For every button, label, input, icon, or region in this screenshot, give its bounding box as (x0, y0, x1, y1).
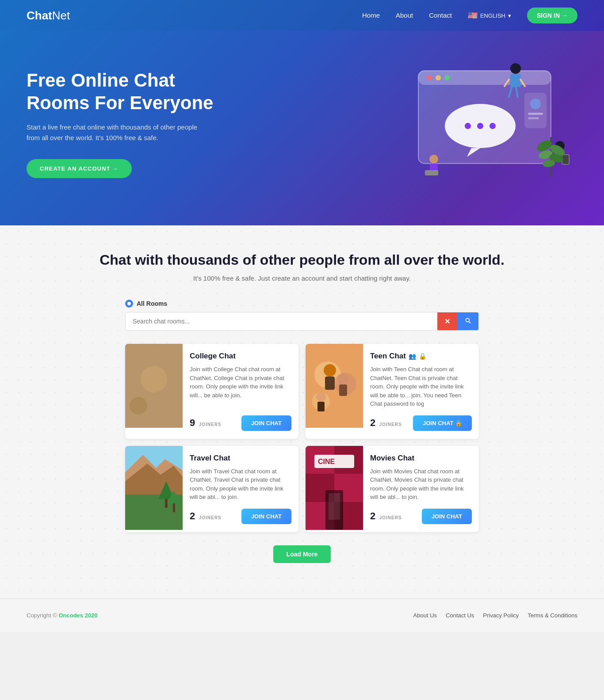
hero-subtitle: Start a live free chat online with thous… (27, 122, 203, 143)
navbar-nav: Home About Contact 🇺🇸 ENGLISH ▾ SIGN IN … (362, 8, 577, 23)
svg-rect-36 (130, 357, 178, 388)
hero-illustration-svg (392, 57, 577, 190)
room-image-college (125, 344, 183, 428)
joiners-college: 9 JOINERS (190, 417, 222, 429)
room-footer-movies: 2 JOINERS JOIN CHAT (370, 509, 472, 524)
svg-rect-43 (157, 379, 164, 390)
people-icon: 👥 (409, 353, 416, 360)
search-icon (464, 317, 471, 324)
svg-point-31 (538, 149, 554, 160)
svg-point-13 (489, 123, 496, 129)
create-account-button[interactable]: CREATE AN ACCOUNT → (27, 159, 132, 178)
teen-illustration (306, 344, 363, 428)
load-more-section: Load More (27, 545, 577, 563)
nav-about[interactable]: About (396, 11, 413, 19)
footer: Copyright © Oncodes 2020 About Us Contac… (0, 598, 604, 632)
svg-rect-21 (430, 164, 438, 173)
svg-rect-35 (125, 344, 183, 428)
section-title: Chat with thousands of other people from… (27, 252, 577, 268)
footer-terms[interactable]: Terms & Conditions (528, 612, 577, 619)
svg-point-4 (444, 75, 450, 80)
search-go-button[interactable] (457, 312, 478, 330)
navbar-brand: ChatNet (27, 9, 70, 23)
room-desc-travel: Join with Travel Chat chat room at ChatN… (190, 467, 291, 502)
svg-rect-39 (134, 401, 174, 423)
all-rooms-icon (125, 300, 133, 308)
svg-text:CINE: CINE (318, 458, 335, 465)
hero-section: Free Online Chat Rooms For Everyone Star… (0, 31, 604, 225)
room-footer-travel: 2 JOINERS JOIN CHAT (190, 509, 291, 524)
joiners-movies: 2 JOINERS (370, 510, 402, 522)
svg-point-29 (535, 138, 553, 153)
room-card-movies: CINE Movies Chat Join with Movies Chat c… (306, 446, 479, 532)
hero-title: Free Online Chat Rooms For Everyone (27, 69, 239, 114)
svg-point-11 (465, 123, 471, 129)
svg-rect-72 (329, 493, 340, 520)
room-image-teen (306, 344, 363, 428)
search-bar: ✕ (125, 312, 479, 331)
movies-illustration: CINE (306, 446, 363, 530)
travel-illustration (125, 446, 183, 530)
flag-icon: 🇺🇸 (468, 11, 478, 20)
circle-icon (127, 301, 131, 306)
footer-privacy-policy[interactable]: Privacy Policy (483, 612, 519, 619)
svg-point-32 (548, 152, 564, 164)
search-input[interactable] (126, 312, 437, 330)
svg-rect-15 (510, 74, 521, 87)
room-card-travel: Travel Chat Join with Travel Chat chat r… (125, 446, 298, 532)
svg-line-18 (509, 87, 512, 97)
room-body-college: College Chat Join with College Chat chat… (183, 344, 298, 439)
svg-rect-23 (425, 170, 438, 175)
room-body-movies: Movies Chat Join with Movies Chat chat r… (363, 446, 479, 532)
svg-line-19 (516, 87, 518, 97)
main-content: Chat with thousands of other people from… (0, 225, 604, 598)
room-desc-teen: Join with Teen Chat chat room at ChatNet… (370, 365, 472, 408)
svg-point-6 (530, 99, 541, 109)
load-more-button[interactable]: Load More (273, 545, 331, 563)
nav-home[interactable]: Home (362, 11, 380, 19)
language-selector[interactable]: 🇺🇸 ENGLISH ▾ (468, 11, 511, 20)
nav-contact[interactable]: Contact (429, 11, 452, 19)
svg-line-16 (505, 80, 509, 86)
svg-point-48 (324, 364, 336, 377)
svg-rect-7 (528, 113, 543, 115)
room-desc-movies: Join with Movies Chat chat room at ChatN… (370, 467, 472, 502)
room-name-college: College Chat (190, 352, 291, 361)
room-desc-college: Join with College Chat chat room at Chat… (190, 365, 291, 408)
svg-point-2 (427, 75, 432, 80)
svg-point-20 (429, 155, 438, 164)
svg-point-34 (127, 302, 131, 305)
footer-about-us[interactable]: About Us (413, 612, 437, 619)
svg-line-17 (520, 80, 525, 86)
join-chat-travel-button[interactable]: JOIN CHAT (241, 509, 291, 524)
hero-content: Free Online Chat Rooms For Everyone Star… (27, 69, 239, 178)
rooms-grid: College Chat Join with College Chat chat… (125, 344, 479, 532)
footer-brand-link[interactable]: Oncodes 2020 (58, 612, 97, 619)
room-body-teen: Teen Chat 👥 🔒 Join with Teen Chat chat r… (363, 344, 479, 439)
svg-point-42 (156, 370, 165, 379)
svg-rect-26 (562, 155, 569, 164)
joiners-travel: 2 JOINERS (190, 510, 222, 522)
navbar: ChatNet Home About Contact 🇺🇸 ENGLISH ▾ … (0, 0, 604, 31)
svg-rect-5 (524, 93, 547, 128)
room-name-travel: Travel Chat (190, 454, 291, 463)
section-subtitle: It's 100% free & safe. Just create an ac… (27, 274, 577, 282)
svg-point-24 (555, 141, 565, 151)
room-footer-teen: 2 JOINERS JOIN CHAT 🔒 (370, 415, 472, 431)
join-chat-movies-button[interactable]: JOIN CHAT (422, 509, 472, 524)
svg-point-37 (132, 377, 154, 399)
svg-point-30 (548, 142, 566, 158)
room-body-travel: Travel Chat Join with Travel Chat chat r… (183, 446, 298, 532)
join-chat-teen-button[interactable]: JOIN CHAT 🔒 (413, 415, 472, 431)
svg-rect-0 (418, 71, 551, 164)
hero-illustration (392, 57, 577, 190)
svg-rect-49 (325, 377, 335, 390)
signin-button[interactable]: SIGN IN → (527, 8, 577, 23)
svg-point-33 (542, 160, 555, 167)
joiners-teen: 2 JOINERS (370, 417, 402, 429)
svg-rect-27 (562, 155, 569, 164)
search-clear-button[interactable]: ✕ (437, 312, 457, 330)
room-image-movies: CINE (306, 446, 363, 530)
footer-contact-us[interactable]: Contact Us (446, 612, 474, 619)
join-chat-college-button[interactable]: JOIN CHAT (241, 415, 291, 431)
